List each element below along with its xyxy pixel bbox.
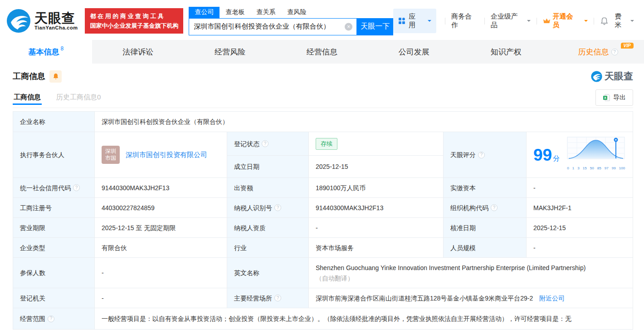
field-value-industry: 资本市场服务 (309, 238, 444, 258)
tab-label: 经营信息 (307, 47, 337, 57)
tab-label: 历史信息 (578, 47, 609, 57)
tab-legal-proceedings[interactable]: 法律诉讼 (92, 40, 184, 64)
tab-history-info[interactable]: VIP 历史信息 (552, 40, 644, 64)
field-value-establish-date: 2025-12-15 (309, 156, 444, 178)
logo-title: 天眼查 (34, 11, 78, 25)
slogan-line2: 国家中小企业发展子基金旗下机构 (90, 21, 178, 30)
divider (594, 18, 594, 25)
subtab-business-info[interactable]: 工商信息 (13, 87, 42, 108)
field-label-credit-code: 统一社会信用代码 (13, 178, 95, 198)
vip-badge: VIP (621, 43, 634, 49)
tab-count-badge: 8 (61, 45, 64, 52)
top-header: 天眼查 TianYanCha.com 都 在 用 的 商 业 查 询 工 具 国… (0, 0, 644, 40)
tianyancha-logo[interactable]: 天眼查 TianYanCha.com (6, 9, 78, 33)
tab-operating-info[interactable]: 经营信息 (276, 40, 368, 64)
apps-menu[interactable]: 应用 (393, 9, 436, 33)
business-info-table: 企业名称 深圳市国创引科创投资合伙企业（有限合伙） 执行事务合伙人 深圳 市国 … (13, 111, 633, 330)
nearby-companies-link[interactable]: 附近公司 (539, 295, 565, 302)
field-value-executive-partner: 深圳 市国 深圳市国创引投资有限公司 (95, 132, 227, 178)
username: 费米 (615, 12, 628, 30)
search-tabs: 查公司 查老板 查关系 查风险 (189, 7, 393, 18)
field-value-reg-authority: - (95, 288, 227, 308)
section-header: 工商信息 天眼查 (13, 65, 633, 87)
nav-enterprise[interactable]: 企业级产品 (491, 12, 531, 30)
logo-subtitle: TianYanCha.com (34, 25, 78, 30)
field-label-reg-authority: 登记机关 (13, 288, 95, 308)
excel-file-icon: X (603, 94, 610, 101)
table-row: 统一社会信用代码 91440300MAK3JH2F13 出资额 1890100万… (13, 178, 633, 198)
tab-label: 基本信息 (29, 47, 59, 57)
search-tab-boss[interactable]: 查老板 (220, 7, 250, 18)
export-button[interactable]: X 导出 (595, 89, 633, 106)
logo-eye-icon (6, 9, 31, 33)
chevron-down-icon (630, 20, 634, 24)
help-icon[interactable] (274, 295, 281, 301)
field-value-staff-size: - (527, 238, 633, 258)
field-value-business-scope: 一般经营项目是：以自有资金从事投资活动；创业投资（限投资未上市企业）。（除依法须… (95, 308, 633, 330)
field-label-contribution: 出资额 (227, 178, 309, 198)
field-label-industry: 行业 (227, 238, 309, 258)
field-value-taxpayer-quality: - (309, 218, 444, 238)
help-icon[interactable] (611, 49, 618, 55)
tab-intellectual-property[interactable]: 知识产权 (460, 40, 552, 64)
field-value-tianyan-score: 99分 (527, 132, 633, 178)
search-tab-relation[interactable]: 查关系 (250, 7, 281, 18)
field-value-org-code: MAK3JH2F-1 (527, 198, 633, 218)
tab-label: 公司发展 (399, 47, 429, 57)
tab-operating-risk[interactable]: 经营风险 (184, 40, 276, 64)
tab-company-development[interactable]: 公司发展 (368, 40, 460, 64)
watermark-logo: 天眼查 (591, 70, 633, 83)
chevron-down-icon (527, 20, 531, 24)
field-value-business-term: 2025-12-15 至 无固定期限 (95, 218, 227, 238)
chevron-down-icon (584, 20, 588, 24)
field-value-english-name: Shenzhen Guochuang Yinke Innovation Inve… (309, 258, 633, 288)
field-label-business-term: 营业期限 (13, 218, 95, 238)
field-value-credit-code: 91440300MAK3JH2F13 (95, 178, 227, 198)
nav-user-menu[interactable]: 费米 (615, 12, 634, 30)
field-value-taxpayer-id: 91440300MAK3JH2F13 (309, 198, 444, 218)
subtab-history-business-info[interactable]: 历史工商信息0 (55, 87, 102, 108)
search-tab-company[interactable]: 查公司 (189, 7, 220, 18)
subscribe-bell-icon[interactable] (49, 70, 62, 83)
partner-company-link[interactable]: 深圳市国创引投资有限公司 (126, 150, 207, 159)
search-input[interactable] (189, 19, 356, 35)
help-icon[interactable] (48, 315, 54, 322)
help-icon[interactable] (478, 152, 485, 158)
nav-cooperation[interactable]: 商务合作 (451, 12, 478, 30)
clear-search-icon[interactable] (345, 23, 352, 30)
field-value-business-place: 深圳市前海深港合作区南山街道桂湾五路128号基金小镇基金9米商业平台29-2 附… (309, 288, 633, 308)
export-label: 导出 (613, 94, 626, 102)
search-button[interactable]: 天眼一下 (357, 18, 393, 35)
field-label-english-name: 英文名称 (227, 258, 309, 288)
field-label-reg-status: 登记状态 (227, 132, 309, 156)
subtabs: 工商信息 历史工商信息0 (13, 87, 102, 108)
help-icon[interactable] (491, 204, 498, 211)
field-value-insured-count: - (95, 258, 227, 288)
table-row: 企业名称 深圳市国创引科创投资合伙企业（有限合伙） (13, 112, 633, 132)
field-label-reg-number: 工商注册号 (13, 198, 95, 218)
svg-text:X: X (604, 96, 606, 100)
tab-basic-info[interactable]: 基本信息 8 (0, 40, 92, 64)
nav-vip-upgrade[interactable]: 开通会员 (543, 12, 588, 30)
notification-bell-icon[interactable] (600, 17, 609, 25)
slogan-banner: 都 在 用 的 商 业 查 询 工 具 国家中小企业发展子基金旗下机构 (85, 8, 183, 34)
help-icon[interactable] (262, 140, 268, 147)
field-value-reg-number: 440300227824859 (95, 198, 227, 218)
score-chart-ticks: 01 315 5085 9799 100 (567, 164, 625, 173)
status-badge: 存续 (316, 138, 337, 150)
tab-label: 法律诉讼 (122, 47, 153, 57)
crown-icon (543, 18, 551, 24)
help-icon[interactable] (73, 184, 80, 191)
field-value-contribution: 1890100万人民币 (309, 178, 444, 198)
search-tab-risk[interactable]: 查风险 (281, 7, 312, 18)
score-value: 99分 (533, 147, 560, 163)
field-label-executive-partner: 执行事务合伙人 (13, 132, 95, 178)
apps-grid-icon (398, 17, 405, 25)
help-icon[interactable] (274, 204, 281, 211)
enterprise-label: 企业级产品 (491, 12, 525, 30)
search-block: 查公司 查老板 查关系 查风险 天眼一下 (189, 7, 393, 35)
table-row: 经营范围 一般经营项目是：以自有资金从事投资活动；创业投资（限投资未上市企业）。… (13, 308, 633, 330)
company-section-tabs: 基本信息 8 法律诉讼 经营风险 经营信息 公司发展 知识产权 VIP 历史信息 (0, 40, 644, 64)
field-value-company-name: 深圳市国创引科创投资合伙企业（有限合伙） (95, 112, 633, 132)
field-value-company-type: 有限合伙 (95, 238, 227, 258)
